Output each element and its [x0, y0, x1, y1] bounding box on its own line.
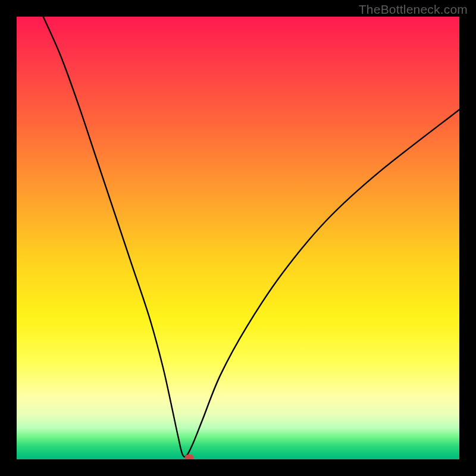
- chart-frame: TheBottleneck.com: [0, 0, 476, 476]
- bottleneck-curve: [17, 17, 459, 459]
- plot-area: [17, 17, 459, 459]
- optimum-marker: [185, 455, 194, 459]
- watermark-text: TheBottleneck.com: [359, 2, 468, 17]
